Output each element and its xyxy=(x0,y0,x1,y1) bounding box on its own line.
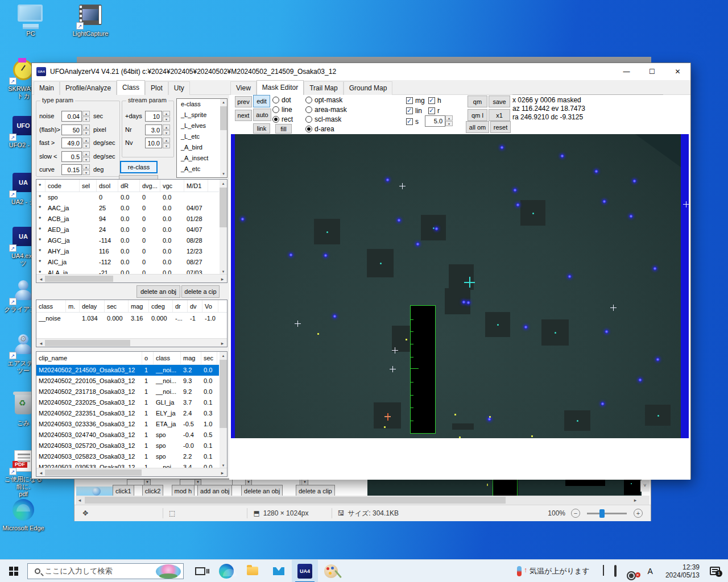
table-row[interactable]: M20240503_023336_Osaka03_121ETA_ja-0.51.… xyxy=(36,419,219,430)
ime-indicator[interactable]: A xyxy=(648,567,653,576)
taskbar-paint[interactable] xyxy=(318,560,344,582)
prev-button[interactable]: prev xyxy=(235,96,252,107)
tab-trail-map[interactable]: Trail Map xyxy=(304,81,344,95)
column-header[interactable]: clip_name xyxy=(36,352,142,364)
param-spinner[interactable]: ▲▼ xyxy=(82,151,90,162)
column-header[interactable]: * xyxy=(36,180,46,192)
table-row[interactable]: *AAC_ja250.000.004/07 xyxy=(36,203,219,214)
eclass-item[interactable]: _A_bird xyxy=(177,142,227,153)
mask-rect[interactable] xyxy=(541,319,569,346)
delete-cip-button[interactable]: delete a cip xyxy=(181,285,220,298)
fill-button[interactable]: fill xyxy=(275,124,292,134)
tray-expand-chevron-icon[interactable] xyxy=(603,566,604,576)
taskbar-edge[interactable] xyxy=(213,560,239,582)
tab-plot[interactable]: Plot xyxy=(145,81,168,95)
auto-button[interactable]: auto xyxy=(253,109,271,121)
eclass-item[interactable]: _L_etc xyxy=(177,131,227,142)
table-row[interactable]: *spo00.000.0 xyxy=(36,192,219,203)
taskbar-explorer[interactable] xyxy=(239,560,266,582)
column-header[interactable]: dr xyxy=(173,300,188,312)
tab-main[interactable]: Main xyxy=(34,81,60,95)
column-header[interactable]: m. xyxy=(66,300,80,312)
param-spinner[interactable]: ▲▼ xyxy=(163,138,170,148)
eclass-item[interactable]: _A_insect xyxy=(177,153,227,164)
mask-rect[interactable] xyxy=(421,215,446,240)
paint-horizontal-scrollbar[interactable]: ◂ ▸ xyxy=(76,496,650,505)
tab-class[interactable]: Class xyxy=(117,80,145,95)
table-row[interactable]: M20240502_214509_Osaka03_121__noi...3.20… xyxy=(36,365,219,376)
param-value-input[interactable]: 10.0 xyxy=(145,138,162,148)
desktop-icon-pc[interactable]: PC xyxy=(9,3,53,38)
tab-view[interactable]: View xyxy=(230,81,257,95)
weather-text[interactable]: 気温が上がります xyxy=(530,566,590,576)
param-value-input[interactable]: 3.0 xyxy=(145,124,162,135)
reset-button[interactable]: reset xyxy=(490,121,511,133)
check-mg[interactable]: mg xyxy=(406,97,425,105)
eclass-item[interactable]: _A_etc xyxy=(177,164,227,174)
class-table[interactable]: classm.delaysecmagcdegdrdvVo__noise1.034… xyxy=(36,300,228,347)
param-spinner[interactable]: ▲▼ xyxy=(163,111,170,122)
check-lin[interactable]: lin xyxy=(406,107,422,115)
green-mask-rect[interactable] xyxy=(410,305,436,434)
close-button[interactable]: ✕ xyxy=(665,63,690,80)
column-header[interactable]: dvg... xyxy=(140,180,160,192)
check-s[interactable]: s xyxy=(406,118,419,126)
shape-radio-line[interactable]: line xyxy=(272,106,292,114)
table-row[interactable]: *AHY_ja1160.000.012/23 xyxy=(36,246,219,257)
eclass-scrollbar[interactable]: ▴▾ xyxy=(220,99,227,177)
table-horizontal-scrollbar[interactable]: ◂▸ xyxy=(36,274,227,282)
check-r[interactable]: r xyxy=(428,107,440,115)
mask-rect[interactable] xyxy=(564,410,590,431)
param-value-input[interactable]: 0.5 xyxy=(61,151,82,162)
mask-rect[interactable] xyxy=(452,423,474,430)
all-om-button[interactable]: all om xyxy=(466,121,489,133)
scrollbar-thumb[interactable] xyxy=(85,497,506,504)
table-row[interactable]: M20240502_220105_Osaka03_121__noi...9.30… xyxy=(36,376,219,386)
param-value-input[interactable]: 0.04 xyxy=(61,111,82,122)
s-value-spinner[interactable]: ▲▼ xyxy=(445,115,453,126)
qml-button[interactable]: qm l xyxy=(468,109,487,121)
tab-mask-editor[interactable]: Mask Editor xyxy=(257,80,304,95)
notification-center-icon[interactable]: 1 xyxy=(710,567,720,575)
eclass-item[interactable]: _L_sprite xyxy=(177,110,227,120)
desktop-icon-edge[interactable]: Microsoft Edge xyxy=(1,498,46,532)
column-header[interactable]: cdeg xyxy=(149,300,173,312)
scrollbar-thumb[interactable] xyxy=(45,340,130,346)
param-value-input[interactable]: 10 xyxy=(145,111,162,122)
mask-rect[interactable] xyxy=(314,219,340,244)
next-button[interactable]: next xyxy=(235,110,252,121)
qm-button[interactable]: qm xyxy=(468,95,487,107)
shape-radio-dot[interactable]: dot xyxy=(272,96,291,104)
param-spinner[interactable]: ▲▼ xyxy=(82,138,90,148)
column-header[interactable]: Vo xyxy=(202,300,218,312)
task-view-button[interactable] xyxy=(187,560,213,582)
table-row[interactable]: M20240502_232025_Osaka03_121GLI_ja3.70.1 xyxy=(36,397,219,408)
column-header[interactable]: dsol xyxy=(97,180,118,192)
sky-image-canvas[interactable] xyxy=(231,134,689,438)
column-header[interactable]: o xyxy=(142,352,154,364)
paint-vertical-scrollbar[interactable]: ˅ xyxy=(640,480,650,492)
param-spinner[interactable]: ▲▼ xyxy=(82,124,90,135)
table-row[interactable]: M20240503_024740_Osaka03_121spo-0.40.5 xyxy=(36,430,219,440)
table-horizontal-scrollbar[interactable]: ◂▸ xyxy=(36,468,227,476)
table-row[interactable]: *ACB_ja940.000.001/28 xyxy=(36,214,219,225)
table-row[interactable]: M20240503_025823_Osaka03_121spo2.20.1 xyxy=(36,451,219,462)
column-header[interactable]: mag xyxy=(129,300,149,312)
edit-toggle-button[interactable]: edit xyxy=(253,95,270,107)
table-vertical-scrollbar[interactable]: ▴▾ xyxy=(220,352,227,469)
tab-uty[interactable]: Uty xyxy=(168,81,190,95)
column-header[interactable]: sec xyxy=(105,300,129,312)
scrollbar-thumb[interactable] xyxy=(45,469,142,476)
title-bar[interactable]: UA4 UFOAnalyzerV4 V4.21 (64bit) c:¥2024¥… xyxy=(32,63,690,80)
delete-object-button[interactable]: delete an obj xyxy=(136,285,180,298)
code-table[interactable]: *codeseldsoldRdvg...vgcM/D1*spo00.000.0*… xyxy=(36,179,228,283)
reclass-button[interactable]: re-class xyxy=(120,161,158,173)
column-header[interactable]: sec xyxy=(201,352,217,364)
param-value-input[interactable]: 0.15 xyxy=(61,164,82,175)
scrollbar-thumb[interactable] xyxy=(45,276,113,282)
column-header[interactable]: class xyxy=(154,352,181,364)
scrollbar-thumb[interactable] xyxy=(220,188,227,227)
column-header[interactable]: M/D1 xyxy=(184,180,208,192)
zoom-slider[interactable] xyxy=(587,513,627,514)
scrollbar-thumb[interactable] xyxy=(220,106,227,130)
